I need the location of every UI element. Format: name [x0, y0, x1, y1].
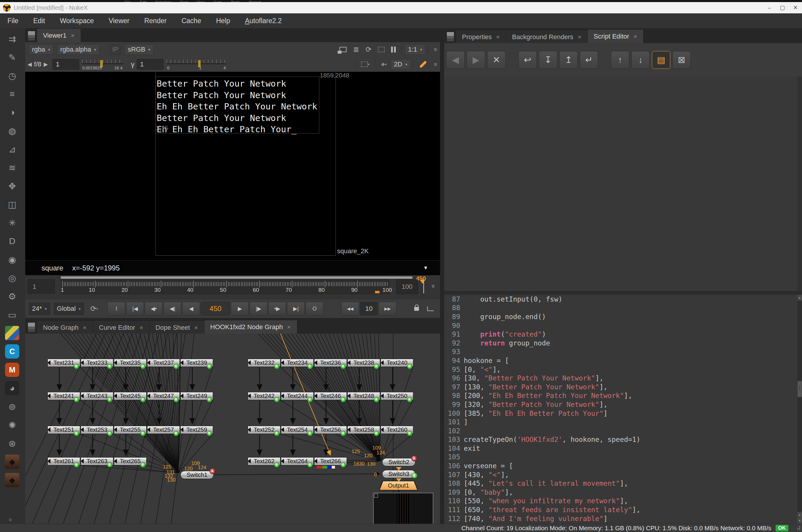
code-line[interactable]: 109[0, "baby"], [444, 488, 797, 497]
frame-ruler[interactable]: 1102030405060708090100 450 [61, 279, 389, 294]
menu-viewer[interactable]: Viewer [101, 14, 137, 28]
show-output-only-button[interactable]: ↓ [631, 51, 650, 69]
channel-icon[interactable]: ≡ [5, 87, 19, 101]
set-in-button[interactable]: I [107, 302, 125, 316]
plugin-colorful-icon[interactable] [5, 326, 19, 340]
tab-curve-editor[interactable]: Curve Editor✕ [93, 321, 150, 334]
panel-divider-vertical[interactable] [440, 28, 444, 524]
snap-icon[interactable] [427, 306, 434, 311]
node-switch1[interactable]: Switch1A [181, 471, 213, 479]
node-text242[interactable]: Text242E [248, 392, 280, 400]
node-text249[interactable]: Text249E [181, 392, 213, 400]
code-line[interactable]: 102 [444, 426, 797, 435]
draw-icon[interactable]: ✎ [5, 50, 19, 64]
node-switch3[interactable]: Switch3E [382, 470, 415, 478]
close-button[interactable]: ✕ [789, 2, 802, 13]
loop-mode-icon[interactable]: ⟳▾ [91, 305, 98, 313]
pane-menu-button[interactable] [27, 31, 35, 41]
tab-node-graph[interactable]: Node Graph✕ [37, 321, 93, 334]
color-sample-icon[interactable] [419, 63, 427, 65]
code-line[interactable]: 105 [444, 453, 797, 462]
marquee-select-icon[interactable]: ▾ [361, 62, 369, 67]
code-line[interactable]: 110[550, "when you infiltrate my network… [444, 497, 797, 506]
refresh-icon[interactable]: ⟳ [366, 45, 372, 54]
step-back-button[interactable]: ◀| [164, 302, 181, 316]
node-text251[interactable]: Text251E [48, 426, 80, 434]
node-text261[interactable]: Text261E [48, 457, 80, 465]
tab-properties[interactable]: Properties✕ [456, 31, 506, 43]
play-forward-button[interactable]: ▶ [231, 302, 249, 316]
node-text262[interactable]: Text262E [248, 457, 280, 465]
layer-select[interactable]: rgba.alpha▾ [57, 44, 99, 55]
pause-icon[interactable] [391, 46, 396, 53]
close-icon[interactable]: ✕ [139, 325, 143, 331]
scroll-up-icon[interactable]: ▲ [797, 512, 802, 518]
tracker-handles-icon[interactable]: ⌖▾ [381, 60, 387, 69]
code-line[interactable]: 112[740, "And I'm feeling vulnerable"] [444, 514, 797, 523]
show-both-button[interactable]: ▤ [652, 51, 670, 69]
scroll-thumb[interactable] [798, 381, 802, 397]
code-line[interactable]: 94hookone = [ [444, 356, 797, 365]
particles-icon[interactable]: ✳ [5, 215, 19, 230]
code-line[interactable]: 92 return group_node [444, 339, 797, 347]
clear-history-button[interactable]: ✕ [487, 51, 506, 69]
code-line[interactable]: 87 out.setInput(0, fsw) [444, 295, 797, 304]
goto-start-button[interactable]: |◀ [126, 302, 144, 316]
node-text254[interactable]: Text254E [281, 426, 314, 434]
scroll-up-icon[interactable]: ▲ [797, 295, 802, 301]
modeler-icon[interactable]: M [5, 363, 19, 377]
code-line[interactable]: 88 [444, 304, 797, 312]
close-icon[interactable]: ✕ [71, 33, 74, 39]
save-script-button[interactable]: ↥ [559, 51, 578, 69]
color-icon[interactable]: ◑ [5, 105, 19, 119]
menu-autoflare2.2[interactable]: Autoflare2.2 [237, 14, 289, 28]
menu-cache[interactable]: Cache [174, 14, 209, 28]
code-line[interactable]: 99[320, "Better Patch Your Network"], [444, 400, 797, 409]
dec-frame-button[interactable]: ◀◀ [341, 302, 359, 316]
code-line[interactable]: 111[650, "threat feeds are insistent lat… [444, 505, 797, 514]
tab-viewer1[interactable]: Viewer1 ✕ [37, 29, 81, 42]
code-line[interactable]: 103createTypeOn('HOOK1fxd2', hookone, sp… [444, 435, 797, 444]
timeline-pan-bar[interactable] [61, 277, 412, 279]
tab-script-editor[interactable]: Script Editor✕ [588, 30, 644, 43]
play-backward-button[interactable]: ◀ [182, 302, 200, 316]
node-text238[interactable]: Text238E [348, 359, 380, 367]
node-text231[interactable]: Text231E [48, 359, 80, 367]
node-output1[interactable]: Output1 [380, 481, 417, 490]
sparkle-icon[interactable]: ✺ [5, 418, 19, 432]
cara-vr-icon[interactable]: C [5, 344, 19, 359]
code-line[interactable]: 101] [444, 418, 797, 426]
toolbar-collapse-chevron-icon[interactable]: « [6, 518, 14, 521]
next-keyframe-button[interactable]: •▶ [268, 302, 286, 316]
node-text255[interactable]: Text255E [114, 426, 147, 434]
menu-file[interactable]: File [0, 14, 26, 28]
clear-output-button[interactable]: ⊠ [672, 51, 691, 69]
node-text237[interactable]: Text237E [147, 359, 180, 367]
node-text253[interactable]: Text253E [81, 426, 113, 434]
viewer-canvas[interactable]: Better Patch Your Network Better Patch Y… [25, 72, 440, 260]
collapse-chevron-icon[interactable]: « [431, 48, 439, 51]
show-input-only-button[interactable]: ↑ [611, 51, 629, 69]
tab-dope-sheet[interactable]: Dope Sheet✕ [150, 321, 204, 334]
node-text241[interactable]: Text241E [48, 392, 80, 400]
deep-icon[interactable]: D [5, 234, 19, 248]
code-line[interactable]: 98[200, "Eh Eh Better Patch Your Network… [444, 392, 797, 400]
input-process-button[interactable]: IP [110, 44, 121, 55]
pane-menu-button[interactable] [447, 32, 454, 42]
gizmo-icon[interactable]: ⊛ [5, 436, 19, 451]
inc-frame-button[interactable]: ▶▶ [378, 302, 396, 316]
load-script-button[interactable]: ↧ [539, 51, 557, 69]
node-text263[interactable]: Text263E [81, 457, 113, 465]
scroll-down-icon[interactable]: ▼ [797, 518, 802, 524]
menu-help[interactable]: Help [209, 14, 237, 28]
code-line[interactable]: 96[30, "Better Patch Your Network"], [444, 374, 797, 382]
menu-workspace[interactable]: Workspace [53, 14, 101, 28]
image-icon[interactable]: ⇉ [5, 32, 19, 46]
zoom-select[interactable]: 1:1▾ [405, 44, 426, 55]
node-text250[interactable]: Text250E [381, 392, 413, 400]
code-line[interactable]: 89 group_node.end() [444, 312, 797, 321]
node-text235[interactable]: Text235E [114, 359, 147, 367]
node-text266[interactable]: Text266E [314, 457, 347, 465]
menu-edit[interactable]: Edit [26, 14, 53, 28]
other-icon[interactable]: ▭ [5, 307, 19, 322]
